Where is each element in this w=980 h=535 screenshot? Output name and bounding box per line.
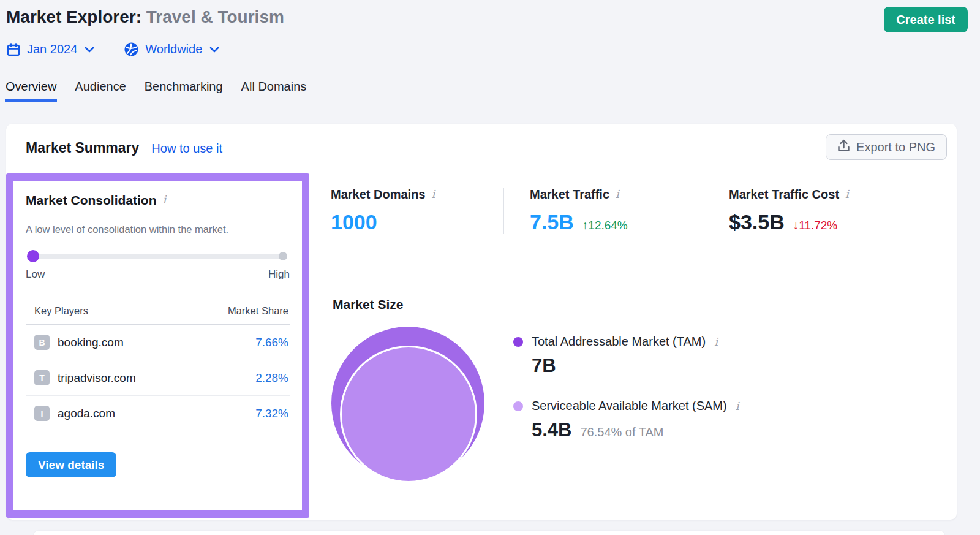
slider-thumb-high[interactable] [279, 252, 287, 260]
metric-label-text: Market Traffic [530, 188, 609, 202]
info-icon[interactable]: i [714, 335, 718, 349]
page-title-market: Travel & Tourism [146, 7, 284, 26]
info-icon[interactable]: i [845, 188, 849, 201]
site-cell: I agoda.com [34, 406, 115, 421]
favicon-agoda: I [34, 406, 50, 421]
domain-link[interactable]: booking.com [58, 336, 124, 349]
export-upload-icon [837, 139, 850, 156]
tab-all-domains[interactable]: All Domains [241, 76, 307, 102]
market-share-value[interactable]: 7.32% [255, 407, 288, 420]
export-button-label: Export to PNG [856, 140, 935, 154]
metric-change-down: ↓11.72% [793, 219, 838, 232]
key-players-col-header: Key Players [34, 305, 88, 317]
market-summary-card: Market Summary How to use it Export to P… [6, 124, 957, 520]
region-filter-dropdown[interactable]: Worldwide [124, 42, 219, 57]
sam-label: Serviceable Available Market (SAM) [532, 399, 727, 413]
consolidation-title: Market Consolidation i [26, 193, 290, 208]
metric-label-text: Market Traffic Cost [729, 188, 839, 202]
site-cell: B booking.com [34, 335, 124, 350]
date-filter-value: Jan 2024 [27, 42, 77, 56]
tab-overview[interactable]: Overview [5, 76, 57, 102]
info-icon[interactable]: i [616, 188, 619, 201]
consolidation-description: A low level of consolidation within the … [26, 224, 290, 235]
table-row[interactable]: T tripadvisor.com 2.28% [26, 360, 290, 396]
calendar-icon [6, 42, 21, 57]
legend-tam: Total Addressable Market (TAM) i 7B [513, 335, 739, 377]
create-list-button[interactable]: Create list [884, 7, 968, 32]
metric-market-traffic: Market Traffic i 7.5B ↑12.64% [503, 188, 703, 234]
chevron-down-icon [209, 47, 219, 53]
favicon-booking: B [34, 335, 50, 350]
metrics-row: Market Domains i 1000 Market Traffic i 7… [331, 188, 935, 234]
market-consolidation-panel: Market Consolidation i A low level of co… [6, 173, 309, 518]
slider-thumb-low[interactable] [27, 250, 39, 262]
slider-high-label: High [268, 268, 290, 281]
slider-labels: Low High [26, 268, 290, 281]
market-share-value[interactable]: 7.66% [255, 336, 288, 349]
consolidation-slider[interactable] [26, 250, 290, 262]
metric-label-text: Market Domains [331, 188, 426, 202]
legend-sam: Serviceable Available Market (SAM) i 5.4… [513, 399, 739, 441]
export-to-png-button[interactable]: Export to PNG [826, 134, 947, 160]
metric-label: Market Domains i [331, 188, 485, 202]
metric-value: $3.5B [729, 210, 785, 234]
market-size-title: Market Size [333, 297, 404, 312]
market-explorer-page: Market Explorer: Travel & Tourism Create… [0, 0, 980, 535]
info-icon[interactable]: i [432, 188, 435, 201]
market-size-legend: Total Addressable Market (TAM) i 7B Serv… [513, 335, 739, 441]
site-cell: T tripadvisor.com [34, 370, 136, 385]
consolidation-title-text: Market Consolidation [26, 193, 157, 208]
sam-share-of-tam: 76.54% of TAM [580, 425, 663, 439]
metric-label: Market Traffic Cost i [729, 188, 849, 202]
slider-low-label: Low [26, 268, 45, 281]
key-players-table: Key Players Market Share B booking.com 7… [26, 305, 290, 431]
table-row[interactable]: B booking.com 7.66% [26, 325, 290, 360]
market-share-value[interactable]: 2.28% [255, 371, 288, 385]
filter-bar: Jan 2024 Worldwide [6, 42, 219, 57]
table-row[interactable]: I agoda.com 7.32% [26, 396, 290, 431]
tab-audience[interactable]: Audience [74, 76, 126, 102]
tam-value: 7B [532, 355, 556, 377]
next-card-edge [34, 531, 944, 535]
globe-icon [124, 42, 139, 57]
date-filter-dropdown[interactable]: Jan 2024 [6, 42, 94, 57]
metric-market-traffic-cost: Market Traffic Cost i $3.5B ↓11.72% [703, 188, 867, 234]
page-title: Market Explorer: Travel & Tourism [6, 7, 284, 27]
favicon-tripadvisor: T [34, 370, 50, 385]
how-to-use-link[interactable]: How to use it [151, 142, 222, 156]
divider [331, 268, 935, 268]
tab-bar: Overview Audience Benchmarking All Domai… [0, 76, 960, 102]
card-title: Market Summary [26, 140, 139, 156]
card-header: Market Summary How to use it [26, 140, 222, 156]
view-details-button[interactable]: View details [26, 452, 116, 477]
domain-link[interactable]: tripadvisor.com [58, 371, 136, 385]
sam-bubble[interactable] [340, 346, 477, 483]
sam-dot-icon [513, 401, 523, 411]
info-icon[interactable]: i [163, 193, 167, 207]
metric-value: 7.5B [530, 210, 574, 234]
page-title-prefix: Market Explorer: [6, 7, 141, 26]
slider-track[interactable] [33, 254, 282, 259]
metric-label: Market Traffic i [530, 188, 684, 202]
market-share-col-header: Market Share [228, 305, 288, 317]
key-players-header: Key Players Market Share [26, 305, 290, 325]
metric-change-up: ↑12.64% [582, 219, 628, 232]
sam-value: 5.4B [532, 419, 571, 441]
info-icon[interactable]: i [736, 400, 739, 413]
metric-value: 1000 [331, 210, 377, 234]
region-filter-value: Worldwide [145, 42, 202, 56]
tam-label: Total Addressable Market (TAM) [532, 335, 706, 349]
tam-dot-icon [513, 337, 523, 347]
tab-benchmarking[interactable]: Benchmarking [144, 76, 224, 102]
metric-market-domains: Market Domains i 1000 [331, 188, 503, 234]
chevron-down-icon [85, 47, 94, 53]
domain-link[interactable]: agoda.com [58, 407, 115, 420]
